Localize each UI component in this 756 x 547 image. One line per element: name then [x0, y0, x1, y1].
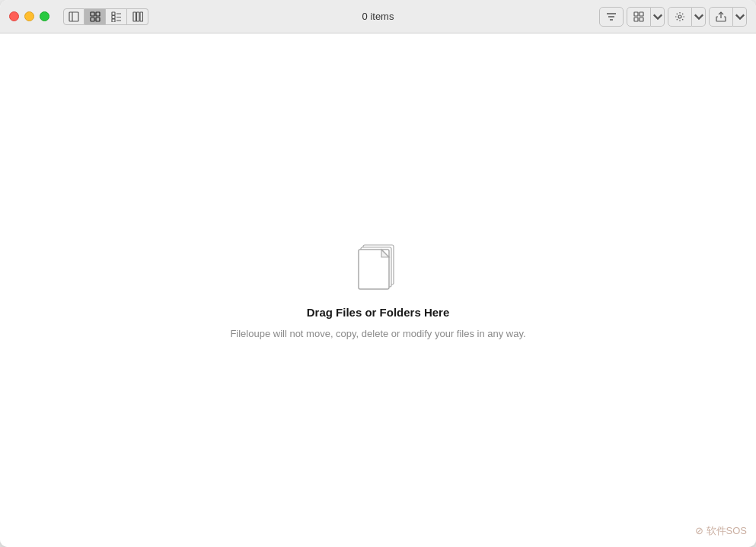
svg-rect-8 — [112, 19, 115, 22]
svg-rect-19 — [640, 12, 643, 16]
view-options-chevron[interactable] — [651, 7, 665, 27]
filter-button[interactable] — [599, 7, 624, 27]
empty-state-subtitle: Fileloupe will not move, copy, delete or… — [230, 328, 525, 339]
svg-rect-6 — [112, 12, 115, 15]
settings-button[interactable] — [668, 7, 692, 27]
settings-group — [668, 7, 706, 27]
main-content: Drag Files or Folders Here Fileloupe wil… — [0, 33, 756, 547]
titlebar: 0 items — [0, 0, 756, 33]
chevron-down-icon — [694, 11, 704, 22]
titlebar-right — [599, 7, 747, 27]
svg-rect-7 — [112, 15, 115, 18]
svg-rect-14 — [140, 12, 143, 21]
empty-state: Drag Files or Folders Here Fileloupe wil… — [230, 242, 525, 339]
svg-rect-13 — [136, 12, 139, 21]
share-icon — [716, 11, 726, 22]
sidebar-toggle-button[interactable] — [63, 8, 85, 25]
view-options-button[interactable] — [627, 7, 651, 27]
icon-view-button[interactable] — [85, 8, 106, 25]
items-count-label: 0 items — [362, 11, 394, 22]
view-toggle-group — [63, 8, 148, 25]
list-view-button[interactable] — [106, 8, 127, 25]
file-drop-icon — [356, 242, 401, 297]
settings-chevron[interactable] — [692, 7, 706, 27]
filter-icon — [606, 11, 617, 22]
grid-icon — [633, 11, 644, 22]
share-button[interactable] — [709, 7, 733, 27]
svg-rect-5 — [96, 17, 100, 21]
svg-rect-12 — [133, 12, 136, 21]
titlebar-center: 0 items — [362, 11, 394, 22]
svg-rect-2 — [91, 12, 94, 16]
traffic-lights — [9, 11, 49, 21]
watermark: ⊘ 软件SOS — [695, 524, 747, 538]
close-button[interactable] — [9, 11, 19, 21]
chevron-down-icon — [735, 11, 745, 22]
svg-point-22 — [678, 15, 681, 18]
svg-rect-21 — [640, 17, 643, 21]
svg-rect-0 — [69, 12, 78, 21]
chevron-down-icon — [652, 11, 663, 22]
titlebar-left — [9, 8, 148, 25]
view-options-group — [627, 7, 665, 27]
share-group — [709, 7, 747, 27]
app-window: 0 items — [0, 0, 756, 547]
minimize-button[interactable] — [24, 11, 34, 21]
svg-rect-18 — [634, 12, 638, 16]
svg-rect-3 — [96, 12, 100, 16]
column-view-button[interactable] — [127, 8, 148, 25]
share-chevron[interactable] — [733, 7, 747, 27]
gear-icon — [675, 11, 685, 22]
maximize-button[interactable] — [40, 11, 49, 21]
svg-rect-4 — [91, 17, 94, 21]
svg-rect-20 — [634, 17, 638, 21]
empty-state-title: Drag Files or Folders Here — [307, 306, 450, 319]
